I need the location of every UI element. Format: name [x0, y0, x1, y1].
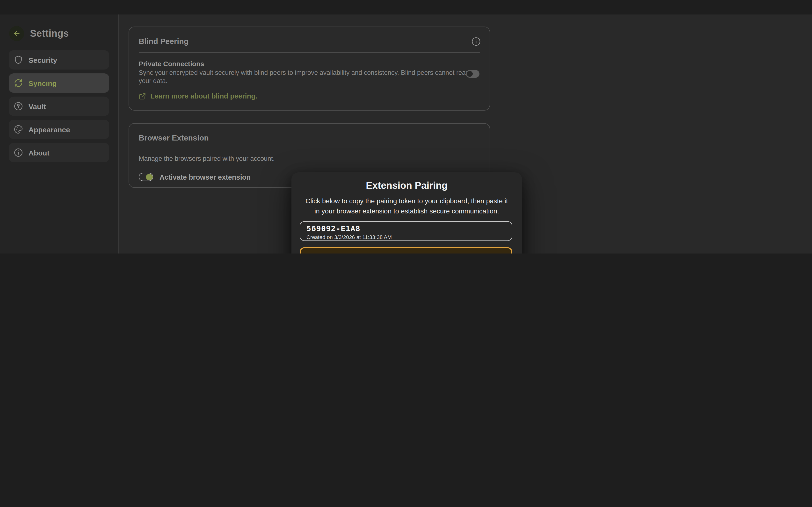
- private-connections-setting: Private Connections Sync your encrypted …: [139, 60, 472, 85]
- shield-icon: [13, 55, 23, 65]
- token-created-timestamp: Created on 3/3/2026 at 11:33:38 AM: [306, 234, 506, 240]
- sidebar-item-label: About: [29, 149, 50, 157]
- info-button[interactable]: [471, 37, 481, 46]
- info-icon: [13, 148, 23, 157]
- pairing-token-copy-box[interactable]: 569092-E1A8 Created on 3/3/2026 at 11:33…: [300, 221, 512, 241]
- vault-icon: [13, 101, 23, 111]
- divider: [139, 147, 480, 147]
- arrow-left-icon: [12, 30, 21, 38]
- blind-peering-card: Blind Peering Private Connections Sync y…: [129, 26, 490, 111]
- toggle-knob: [467, 71, 473, 77]
- sidebar-item-label: Security: [29, 56, 57, 64]
- settings-sidebar: Settings Security Syncing: [0, 14, 119, 253]
- info-icon: [471, 37, 481, 46]
- palette-icon: [13, 125, 23, 134]
- modal-title: Extension Pairing: [292, 180, 522, 191]
- app-window: Settings Security Syncing: [0, 0, 812, 253]
- toggle-label: Activate browser extension: [159, 173, 251, 181]
- activate-extension-toggle[interactable]: [139, 173, 153, 181]
- private-connections-toggle[interactable]: [466, 70, 479, 78]
- divider: [139, 52, 480, 53]
- sidebar-item-about[interactable]: About: [9, 143, 109, 162]
- sync-icon: [13, 78, 23, 88]
- sidebar-header: Settings: [9, 26, 69, 41]
- back-button[interactable]: [9, 26, 24, 41]
- external-link-icon: [139, 93, 146, 100]
- card-title: Blind Peering: [139, 37, 189, 46]
- modal-description: Click below to copy the pairing token to…: [302, 196, 511, 216]
- security-note-banner: Security Note: Only enter this token in …: [300, 247, 512, 253]
- sidebar-item-appearance[interactable]: Appearance: [9, 120, 109, 139]
- page-title: Settings: [30, 28, 69, 39]
- sidebar-item-label: Appearance: [29, 125, 70, 133]
- sidebar-item-security[interactable]: Security: [9, 50, 109, 69]
- sidebar-item-vault[interactable]: Vault: [9, 97, 109, 116]
- card-title: Browser Extension: [139, 134, 209, 143]
- extension-pairing-modal: Extension Pairing Click below to copy th…: [292, 172, 522, 253]
- activate-extension-row: Activate browser extension: [139, 173, 251, 181]
- pairing-token: 569092-E1A8: [306, 224, 506, 233]
- sidebar-item-label: Vault: [29, 102, 46, 110]
- window-titlebar: [0, 0, 812, 14]
- card-description: Manage the browsers paired with your acc…: [139, 155, 275, 162]
- link-label: Learn more about blind peering.: [150, 92, 257, 100]
- sidebar-item-syncing[interactable]: Syncing: [9, 73, 109, 93]
- toggle-knob: [146, 174, 152, 180]
- sidebar-item-label: Syncing: [29, 79, 57, 87]
- learn-more-link[interactable]: Learn more about blind peering.: [139, 92, 257, 100]
- setting-description: Sync your encrypted vault securely with …: [139, 69, 469, 85]
- setting-title: Private Connections: [139, 60, 472, 68]
